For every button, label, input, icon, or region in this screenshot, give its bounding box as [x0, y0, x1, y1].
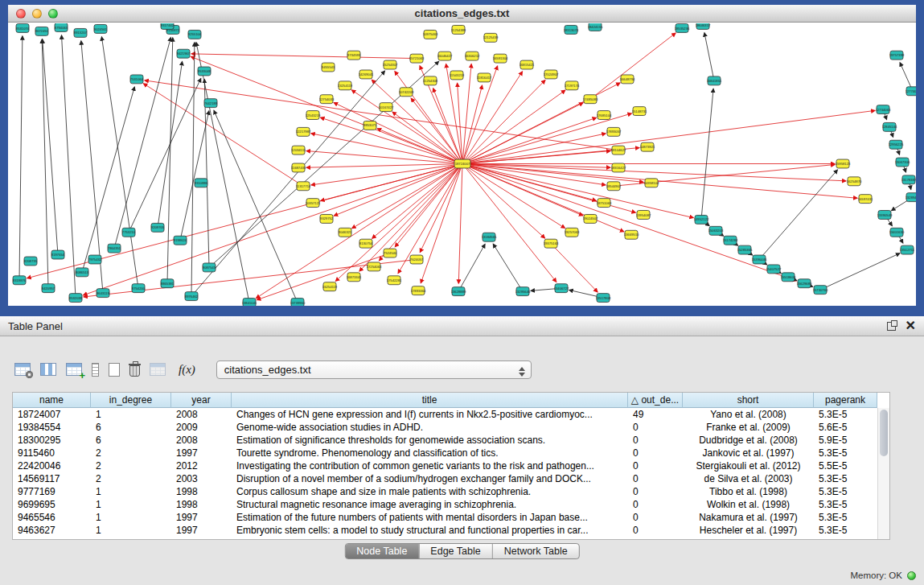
graph-edge[interactable] [257, 253, 390, 300]
graph-node[interactable]: 13254119 [338, 81, 353, 90]
graph-node[interactable]: 9329752 [320, 214, 334, 223]
graph-node[interactable]: 8865381 [161, 279, 175, 288]
graph-node[interactable]: 13739960 [290, 299, 306, 306]
table-row[interactable]: 911546021997Tourette syndrome. Phenomeno… [13, 447, 889, 459]
table-scrollbar[interactable] [877, 408, 889, 539]
table-row[interactable]: 1830029562008Estimation of significance … [13, 434, 889, 447]
graph-edge[interactable] [158, 61, 183, 227]
table-row[interactable]: 946554611997Estimation of the future num… [13, 511, 889, 524]
table-row[interactable]: 977716911998Corpus callosum shape and si… [13, 485, 889, 498]
graph-edge[interactable] [759, 170, 837, 259]
graph-node[interactable]: 15174284 [723, 236, 738, 245]
graph-node[interactable]: 18313074 [564, 25, 579, 34]
graph-edge[interactable] [462, 164, 624, 232]
graph-node[interactable]: 17685104 [597, 111, 612, 120]
graph-node[interactable]: 8754200 [132, 284, 146, 293]
table-row[interactable]: 946362711997Embryonic stem cells: a mode… [13, 524, 889, 537]
graph-edge[interactable] [462, 64, 471, 164]
graph-node[interactable]: 17893057 [606, 127, 622, 136]
graph-node[interactable]: 15721063 [409, 54, 425, 63]
graph-node[interactable]: 16815421 [519, 60, 535, 69]
float-panel-icon[interactable] [887, 322, 896, 331]
graph-node[interactable]: 16254119 [322, 282, 338, 291]
column-header-short[interactable]: short [683, 393, 814, 408]
graph-node[interactable]: 13184565 [482, 233, 497, 241]
graph-node[interactable]: 12774063 [906, 87, 916, 96]
graph-edge[interactable] [458, 164, 462, 284]
graph-edge[interactable] [392, 112, 462, 163]
graph-node[interactable]: 17542281 [387, 276, 402, 285]
graph-node[interactable]: 13067306 [895, 158, 910, 167]
graph-node[interactable]: 9209705 [151, 223, 165, 232]
graph-node[interactable]: 16648794 [620, 75, 635, 84]
graph-node[interactable]: 7642189 [204, 99, 218, 108]
graph-node[interactable]: 14358104 [644, 179, 659, 187]
graph-node[interactable]: 16306212 [465, 51, 480, 60]
graph-node[interactable]: 9455543 [322, 63, 335, 72]
graph-node[interactable]: 9087543 [203, 263, 216, 272]
graph-node[interactable]: 8531074 [16, 23, 30, 32]
graph-node[interactable]: 9853071 [363, 121, 377, 130]
graph-edge[interactable] [458, 244, 485, 291]
graph-node[interactable]: 11543219 [450, 71, 465, 80]
graph-node[interactable]: 9255104 [188, 30, 202, 39]
new-table-icon[interactable] [109, 363, 120, 377]
graph-edge[interactable] [462, 117, 597, 163]
graph-node[interactable]: 7864351 [108, 244, 121, 253]
graph-node[interactable]: 13390549 [877, 211, 893, 220]
graph-edge[interactable] [335, 164, 462, 282]
graph-node[interactable]: 18424155 [588, 23, 603, 31]
graph-edge[interactable] [372, 164, 462, 239]
graph-node[interactable]: 8643119 [97, 289, 110, 298]
graph-edge[interactable] [462, 164, 556, 282]
graph-edge[interactable] [191, 43, 195, 296]
graph-edge[interactable] [590, 33, 676, 99]
column-header-year[interactable]: year [171, 393, 232, 408]
graph-node[interactable]: 9046321 [339, 228, 352, 237]
graph-node[interactable]: 9734593 [347, 51, 361, 60]
graph-node[interactable]: 9317442 [161, 23, 175, 29]
graph-node[interactable]: 19375163 [544, 239, 559, 248]
graph-edge[interactable] [180, 111, 209, 241]
tab-edge-table[interactable]: Edge Table [419, 544, 492, 558]
graph-node[interactable]: 8130754 [359, 239, 373, 248]
graph-node[interactable]: 18544907 [606, 182, 622, 191]
graph-node[interactable]: 18104627 [611, 146, 626, 154]
graph-node[interactable]: 15407527 [766, 265, 782, 274]
graph-node[interactable]: 15396446 [752, 255, 767, 264]
graph-node[interactable]: 11317714 [296, 182, 311, 191]
graph-node[interactable]: 15518608 [781, 273, 796, 282]
graph-node[interactable]: 18646317 [696, 23, 711, 29]
merge-table-icon[interactable] [150, 363, 166, 376]
graph-edge[interactable] [129, 78, 201, 232]
graph-node[interactable]: 16046427 [437, 51, 453, 60]
tab-network-table[interactable]: Network Table [493, 544, 579, 558]
graph-node[interactable]: 16597431 [858, 195, 873, 204]
graph-node[interactable]: 13517808 [596, 294, 611, 303]
graph-edge[interactable] [462, 164, 565, 229]
tab-node-table[interactable]: Node Table [345, 544, 419, 558]
window-titlebar[interactable]: citations_edges.txt [8, 5, 916, 23]
graph-node[interactable]: 15958123 [836, 159, 851, 168]
graph-node[interactable]: 7624057 [410, 255, 424, 264]
graph-node[interactable]: 18316427 [611, 163, 626, 172]
delete-table-icon[interactable] [129, 365, 140, 377]
column-visibility-icon[interactable] [40, 363, 56, 376]
graph-node[interactable]: 9198624 [174, 236, 187, 245]
table-selector-dropdown[interactable]: citations_edges.txt [216, 360, 532, 379]
graph-node[interactable]: 14873921 [640, 142, 655, 151]
graph-node[interactable]: 12125439 [483, 33, 499, 42]
graph-edge[interactable] [19, 36, 23, 280]
graph-node[interactable]: 11816417 [477, 73, 492, 82]
graph-node[interactable]: 7753210 [122, 228, 136, 237]
graph-node[interactable]: 11254389 [451, 25, 466, 34]
graph-node[interactable]: 19024507 [583, 214, 598, 223]
graph-node[interactable]: 8672451 [35, 27, 49, 35]
graph-node[interactable]: 11687433 [291, 163, 306, 172]
graph-node[interactable]: 18535236 [675, 23, 690, 32]
graph-node[interactable]: 9421967 [177, 49, 191, 58]
graph-node[interactable]: 12845144 [882, 122, 897, 131]
import-table-icon[interactable] [66, 363, 82, 376]
graph-node[interactable]: 8319876 [13, 276, 27, 285]
graph-edge[interactable] [704, 33, 714, 81]
